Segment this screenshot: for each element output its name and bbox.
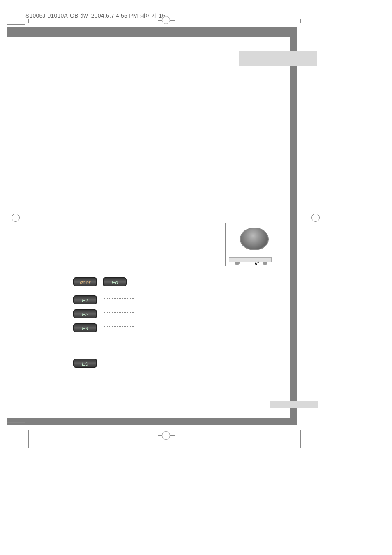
page-number-box [270, 401, 318, 408]
doc-timestamp: 2004.6.7 4:55 PM [91, 12, 138, 19]
registration-mark-top [158, 12, 175, 29]
crop-mark [7, 422, 25, 423]
page-border-bottom [7, 418, 297, 425]
registration-mark-left [7, 210, 24, 226]
crop-mark [28, 430, 29, 448]
registration-mark-right [307, 210, 324, 226]
title-box [144, 51, 239, 66]
page-border-top [7, 27, 297, 37]
appliance-illustration: ↙ [225, 223, 274, 266]
print-header: S1005J-01010A-GB-dw 2004.6.7 4:55 PM 페이지… [25, 12, 165, 20]
error-code-e2: E2 [73, 309, 97, 318]
crop-mark [300, 19, 301, 23]
crop-mark [304, 28, 321, 28]
error-code-e4: E4 [73, 323, 97, 332]
error-code-list: door Ed E1 E2 E4 E9 [73, 277, 134, 373]
page-border-right [290, 27, 297, 425]
doc-id: S1005J-01010A-GB-dw [25, 12, 88, 19]
crop-mark [7, 24, 25, 25]
registration-mark-bottom [158, 427, 175, 444]
error-code-e1: E1 [73, 295, 97, 304]
error-code-ed: Ed [103, 277, 127, 286]
error-code-e9: E9 [73, 359, 97, 368]
crop-mark [28, 19, 29, 23]
crop-mark [300, 430, 301, 448]
error-code-door: door [73, 277, 97, 286]
title-shade [239, 51, 317, 66]
